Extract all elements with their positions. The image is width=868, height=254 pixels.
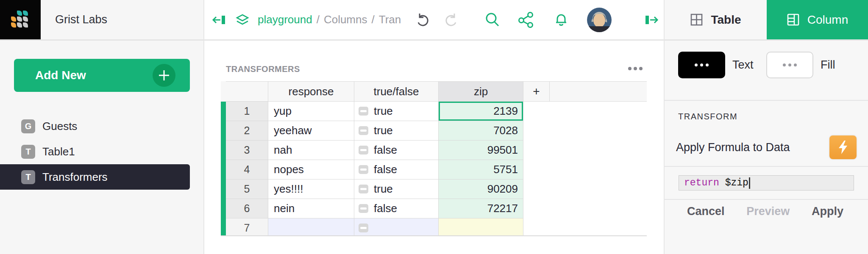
widget-menu-icon[interactable] xyxy=(628,67,643,70)
transform-section-label: TRANSFORM xyxy=(678,112,737,121)
panel-divider xyxy=(665,100,868,101)
panel-divider xyxy=(665,166,868,167)
search-icon[interactable] xyxy=(483,0,502,39)
tab-column[interactable]: Column xyxy=(767,0,868,39)
cell-truefalse[interactable] xyxy=(354,218,439,236)
plus-icon xyxy=(153,64,175,87)
preview-button[interactable]: Preview xyxy=(746,205,790,218)
table-grid-icon xyxy=(690,13,703,26)
widget-title: TRANSFORMERS xyxy=(226,64,300,74)
add-new-button[interactable]: Add New xyxy=(14,59,190,92)
cell-response[interactable]: yes!!!! xyxy=(268,179,354,199)
cell-zip[interactable]: 7028 xyxy=(439,121,523,141)
sidebar-item-transformers[interactable]: T Transformers xyxy=(0,164,190,190)
workspace-name[interactable]: Grist Labs xyxy=(55,0,107,39)
grid-header-row: response true/false zip + xyxy=(221,81,647,102)
page-initial-badge: T xyxy=(21,170,35,184)
toggle-widget-icon xyxy=(359,185,368,193)
row-number[interactable]: 4 xyxy=(226,160,268,179)
column-header-response[interactable]: response xyxy=(268,81,354,102)
fill-color-label: Fill xyxy=(821,52,835,78)
sidebar-divider xyxy=(203,0,204,254)
page-layers-icon[interactable] xyxy=(235,0,250,39)
cell-response[interactable]: nein xyxy=(268,199,354,218)
column-header-truefalse[interactable]: true/false xyxy=(354,81,439,102)
add-column-header[interactable]: + xyxy=(523,81,550,102)
row-number[interactable]: 6 xyxy=(226,199,268,218)
active-widget-bar xyxy=(221,160,226,179)
cell-response[interactable] xyxy=(268,218,354,236)
fill-color-swatch[interactable] xyxy=(766,52,813,78)
cell-response[interactable]: yup xyxy=(268,102,354,121)
text-color-swatch[interactable] xyxy=(678,52,725,78)
cell-response[interactable]: nah xyxy=(268,141,354,160)
cell-zip-selected[interactable]: 2139 xyxy=(439,102,523,121)
cell-response[interactable]: yeehaw xyxy=(268,121,354,141)
notifications-bell-icon[interactable] xyxy=(552,0,570,39)
row-number[interactable]: 3 xyxy=(226,141,268,160)
column-header-zip[interactable]: zip xyxy=(439,81,523,102)
row-number-header[interactable] xyxy=(226,81,268,102)
apply-button[interactable]: Apply xyxy=(812,205,843,218)
sidebar-item-table1[interactable]: T Table1 xyxy=(0,139,190,164)
formula-input[interactable]: return $zip xyxy=(679,175,854,190)
sidebar-item-label: Transformers xyxy=(42,171,108,184)
row-number[interactable]: 7 xyxy=(226,218,268,236)
apply-formula-button[interactable] xyxy=(829,135,857,160)
add-new-label: Add New xyxy=(35,59,86,92)
cell-truefalse[interactable]: true xyxy=(354,179,439,199)
avatar[interactable] xyxy=(587,0,612,39)
row-number[interactable]: 2 xyxy=(226,121,268,141)
breadcrumb-separator: / xyxy=(371,13,374,26)
grist-logo[interactable] xyxy=(0,0,41,39)
undo-icon[interactable] xyxy=(415,0,432,39)
right-panel-tabs: Table Column xyxy=(665,0,868,39)
table-row: 4 nopes false 5751 xyxy=(221,160,647,179)
transform-actions: Cancel Preview Apply xyxy=(665,205,868,218)
cancel-button[interactable]: Cancel xyxy=(687,205,725,218)
tab-table-label: Table xyxy=(711,13,741,27)
breadcrumb-doc-name[interactable]: playground xyxy=(258,13,312,26)
sidebar-item-guests[interactable]: G Guests xyxy=(0,113,190,139)
left-sidebar: Add New G Guests T Table1 T Transformers xyxy=(0,41,203,254)
cell-zip[interactable]: 72217 xyxy=(439,199,523,218)
topbar-divider xyxy=(0,39,868,41)
main-pane: TRANSFORMERS response true/false zip + 1… xyxy=(204,41,664,254)
active-widget-bar xyxy=(221,102,226,121)
cell-zip[interactable] xyxy=(439,218,523,236)
cell-truefalse[interactable]: true xyxy=(354,121,439,141)
cell-truefalse[interactable]: true xyxy=(354,102,439,121)
right-panel: Text Fill TRANSFORM Apply Formula to Dat… xyxy=(665,41,868,254)
toggle-widget-icon xyxy=(359,146,368,155)
table-row: 2 yeehaw true 7028 xyxy=(221,121,647,141)
sidebar-item-label: Guests xyxy=(42,120,77,133)
breadcrumb-page[interactable]: Columns xyxy=(324,13,367,26)
expand-right-panel-icon[interactable] xyxy=(644,0,659,39)
breadcrumb: playground / Columns / Tran xyxy=(258,0,401,39)
cell-truefalse[interactable]: false xyxy=(354,199,439,218)
share-icon[interactable] xyxy=(517,0,535,39)
cell-truefalse[interactable]: false xyxy=(354,141,439,160)
cell-truefalse[interactable]: false xyxy=(354,160,439,179)
active-widget-bar xyxy=(221,199,226,218)
active-widget-bar xyxy=(221,218,226,236)
row-number[interactable]: 1 xyxy=(226,102,268,121)
toggle-widget-icon xyxy=(359,126,368,135)
topbar-left: Grist Labs xyxy=(0,0,204,39)
cell-zip[interactable]: 5751 xyxy=(439,160,523,179)
active-widget-bar xyxy=(221,179,226,199)
grist-logo-icon xyxy=(11,11,28,28)
cell-zip[interactable]: 99501 xyxy=(439,141,523,160)
redo-icon[interactable] xyxy=(442,0,459,39)
cell-response[interactable]: nopes xyxy=(268,160,354,179)
apply-formula-label: Apply Formula to Data xyxy=(676,135,790,160)
collapse-left-panel-icon[interactable] xyxy=(212,0,226,39)
data-grid: response true/false zip + 1 yup true 213… xyxy=(221,81,647,236)
cell-zip[interactable]: 90209 xyxy=(439,179,523,199)
formula-keyword: return xyxy=(684,177,719,188)
row-number[interactable]: 5 xyxy=(226,179,268,199)
tab-table[interactable]: Table xyxy=(665,0,767,39)
column-icon xyxy=(787,13,800,26)
tab-column-label: Column xyxy=(807,13,848,27)
breadcrumb-separator: / xyxy=(317,13,320,26)
